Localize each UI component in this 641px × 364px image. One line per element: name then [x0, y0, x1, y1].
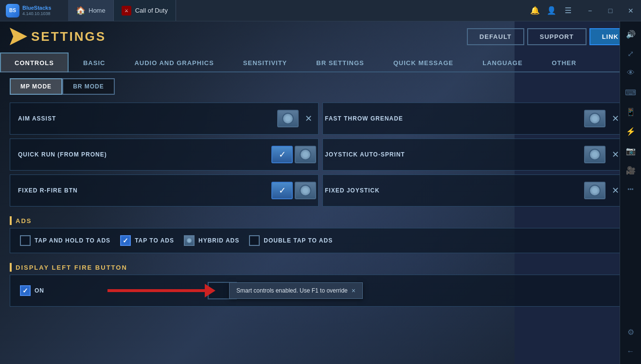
tap-to-ads-checkbox[interactable]: ✓ [120, 235, 131, 246]
aim-assist-close[interactable]: ✕ [301, 110, 316, 127]
fire-on-label: ON [35, 287, 44, 294]
visibility-icon[interactable]: 👁 [622, 64, 640, 82]
notification-icon[interactable]: 🔔 [529, 5, 541, 17]
double-tap-ads-option[interactable]: DOUBLE TAP TO ADS [249, 235, 333, 246]
joystick-auto-sprint-row: JOYSTICK AUTO-SPRINT ✕ [322, 139, 631, 171]
tab-sensitivity[interactable]: SENSITIVITY [229, 52, 302, 72]
tab-audio-graphics[interactable]: AUDIO AND GRAPHICS [120, 52, 228, 72]
tap-to-ads-option[interactable]: ✓ TAP TO ADS [120, 235, 174, 246]
tab-cod-label: Call of Duty [135, 7, 168, 14]
fire-row: ✓ ON Smart controls enabled. Use F1 to o… [10, 275, 631, 307]
settings-gear-icon[interactable]: ⚙ [622, 323, 640, 341]
minimize-button[interactable]: − [580, 0, 600, 21]
fixed-joystick-controls: ✕ [584, 182, 623, 199]
close-button[interactable]: ✕ [621, 0, 641, 21]
tab-quick-message[interactable]: QUICK MESSAGE [379, 52, 468, 72]
fixed-joystick-toggle[interactable] [584, 182, 605, 199]
ads-row: TAP AND HOLD TO ADS ✓ TAP TO ADS HYBRID … [10, 228, 631, 253]
app-name: BlueStacks [22, 5, 51, 11]
app-version: 4.140.10.1038 [22, 11, 51, 16]
hybrid-ads-label: HYBRID ADS [198, 237, 239, 244]
settings-arrow-icon [10, 28, 27, 45]
more-options-icon[interactable]: ••• [622, 181, 640, 198]
fixed-rfire-controls: ✓ [271, 182, 316, 199]
fullscreen-icon[interactable]: ⤢ [622, 45, 640, 62]
fixed-joystick-row: FIXED JOYSTICK ✕ [322, 174, 631, 207]
menu-hamburger-icon[interactable]: ☰ [562, 5, 574, 17]
tab-basic[interactable]: BASIC [69, 52, 120, 72]
restore-button[interactable]: □ [600, 0, 621, 21]
window-controls: − □ ✕ [580, 0, 641, 21]
volume-icon[interactable]: 🔊 [622, 25, 640, 43]
right-sidebar: 🔊 ⤢ 👁 ⌨ 📱 ⚡ 📷 🎥 ••• ⚙ ← [620, 21, 641, 364]
quick-run-label: QUICK RUN (FROM PRONE) [18, 151, 267, 158]
tab-other[interactable]: OTHER [537, 52, 591, 72]
keyboard-icon[interactable]: ⌨ [622, 84, 640, 101]
smart-controls-text: Smart controls enabled. Use F1 to overri… [236, 287, 348, 294]
home-icon: 🏠 [76, 6, 86, 15]
joystick-auto-sprint-toggle[interactable] [584, 146, 605, 163]
fixed-rfire-row: FIXED R-FIRE BTN ✓ [10, 174, 319, 207]
mode-tabs: MP MODE BR MODE [0, 72, 641, 95]
tab-br-settings[interactable]: BR SETTINGS [302, 52, 378, 72]
tabs-row: CONTROLS BASIC AUDIO AND GRAPHICS SENSIT… [0, 52, 641, 72]
record-icon[interactable]: 🎥 [622, 161, 640, 179]
macro-icon[interactable]: ⚡ [622, 122, 640, 140]
quick-run-controls: ✓ [271, 146, 316, 163]
red-arrow [107, 284, 215, 297]
cod-game-icon: ⚔ [122, 6, 131, 16]
settings-header: SETTINGS DEFAULT SUPPORT LINK [0, 21, 641, 52]
controls-grid: AIM ASSIST ✕ FAST THROW GRENADE ✕ QUICK … [10, 103, 631, 207]
account-icon[interactable]: 👤 [546, 5, 557, 17]
tap-hold-ads-checkbox[interactable] [20, 235, 31, 246]
tab-controls[interactable]: CONTROLS [0, 52, 69, 72]
titlebar: BS BlueStacks 4.140.10.1038 🏠 Home ⚔ Cal… [0, 0, 641, 21]
default-button[interactable]: DEFAULT [467, 28, 524, 45]
fire-on-option[interactable]: ✓ ON [20, 285, 44, 296]
ads-section-bar [10, 216, 12, 225]
quick-run-row: QUICK RUN (FROM PRONE) ✓ [10, 139, 319, 171]
app-logo: BS BlueStacks 4.140.10.1038 [0, 4, 68, 17]
camera-icon[interactable]: 📷 [622, 142, 640, 159]
phone-icon[interactable]: 📱 [622, 103, 640, 121]
mp-mode-tab[interactable]: MP MODE [10, 78, 62, 95]
fire-section-header: DISPLAY LEFT FIRE BUTTON [10, 259, 631, 275]
fixed-rfire-label: FIXED R-FIRE BTN [18, 187, 267, 194]
fast-throw-grenade-toggle[interactable] [584, 110, 605, 127]
br-mode-tab[interactable]: BR MODE [62, 78, 115, 95]
fast-throw-grenade-row: FAST THROW GRENADE ✕ [322, 103, 631, 135]
aim-assist-row: AIM ASSIST ✕ [10, 103, 319, 135]
aim-assist-toggle[interactable] [277, 110, 299, 127]
titlebar-actions: 🔔 👤 ☰ [523, 5, 580, 17]
content-area: AIM ASSIST ✕ FAST THROW GRENADE ✕ QUICK … [0, 95, 641, 364]
quick-run-toggle[interactable] [295, 146, 316, 163]
hybrid-ads-checkbox[interactable] [184, 235, 195, 246]
double-tap-ads-label: DOUBLE TAP TO ADS [264, 237, 333, 244]
support-button[interactable]: SUPPORT [527, 28, 587, 45]
arrow-head [205, 284, 215, 297]
tab-home[interactable]: 🏠 Home [68, 0, 114, 21]
aim-assist-label: AIM ASSIST [18, 115, 272, 122]
double-tap-ads-checkbox[interactable] [249, 235, 260, 246]
fixed-rfire-toggle[interactable] [295, 182, 316, 199]
header-buttons: DEFAULT SUPPORT LINK [467, 28, 631, 45]
tap-to-ads-label: TAP TO ADS [135, 237, 174, 244]
tab-call-of-duty[interactable]: ⚔ Call of Duty [114, 0, 176, 21]
settings-title: SETTINGS [31, 29, 106, 44]
arrow-line [107, 289, 205, 292]
tooltip-close-button[interactable]: × [352, 287, 356, 295]
quick-run-toggle-check[interactable]: ✓ [271, 146, 293, 163]
ads-section-title: ADS [16, 217, 32, 225]
tab-home-label: Home [89, 7, 106, 14]
fixed-joystick-label: FIXED JOYSTICK [325, 187, 579, 194]
settings-area: 🔊 ⤢ 👁 ⌨ 📱 ⚡ 📷 🎥 ••• ⚙ ← SETTINGS DEFAULT… [0, 21, 641, 364]
fixed-rfire-toggle-check[interactable]: ✓ [271, 182, 293, 199]
fast-throw-grenade-controls: ✕ [584, 110, 623, 127]
fire-section-bar [10, 263, 12, 272]
tap-hold-ads-option[interactable]: TAP AND HOLD TO ADS [20, 235, 110, 246]
back-arrow-icon[interactable]: ← [622, 343, 640, 360]
ads-section-header: ADS [10, 212, 631, 228]
tab-language[interactable]: LANGUAGE [468, 52, 537, 72]
hybrid-ads-option[interactable]: HYBRID ADS [184, 235, 239, 246]
fire-on-checkbox[interactable]: ✓ [20, 285, 31, 296]
